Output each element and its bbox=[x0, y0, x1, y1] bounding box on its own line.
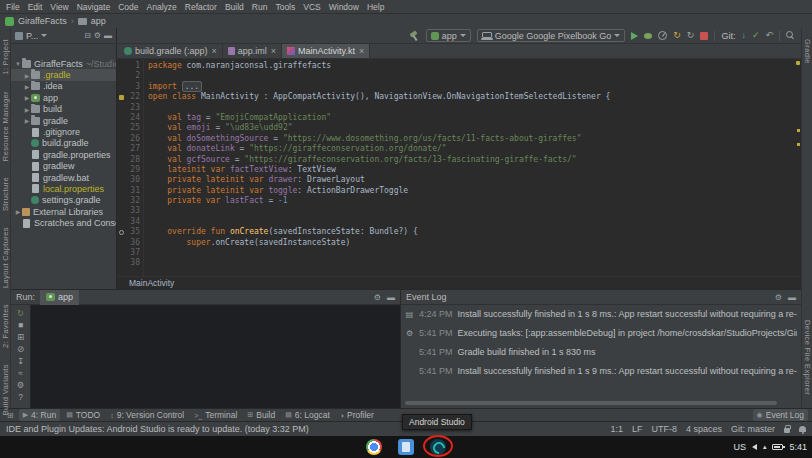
run-configuration-select[interactable]: app bbox=[426, 29, 471, 42]
tool-window-button-4-run[interactable]: ▶4: Run bbox=[19, 409, 60, 421]
code-line[interactable]: 35 override fun onCreate(savedInstanceSt… bbox=[117, 227, 801, 237]
git-rollback-button[interactable]: ↶ bbox=[765, 31, 773, 40]
code-line[interactable]: 31 private lateinit var toggle: ActionBa… bbox=[117, 186, 801, 196]
profile-button[interactable] bbox=[658, 31, 667, 40]
code-line[interactable]: 37 bbox=[117, 248, 801, 258]
code-line[interactable]: 24 val tag = "EmojiCompatApplication" bbox=[117, 113, 801, 123]
code-line[interactable]: 28 val gcfSource = "https://giraffeconse… bbox=[117, 155, 801, 165]
rerun-button[interactable]: ↻ bbox=[14, 307, 28, 318]
run-button[interactable] bbox=[631, 32, 638, 40]
git-commit-button[interactable]: ✓ bbox=[752, 31, 760, 40]
code-line[interactable]: 25 val emoji = "\ud83e\udd92" bbox=[117, 123, 801, 133]
inspections-indicator-icon[interactable] bbox=[796, 61, 800, 65]
collapse-all-icon[interactable]: ⊟ bbox=[84, 31, 91, 40]
project-panel-title[interactable]: P... bbox=[26, 31, 38, 41]
chevron-down-icon[interactable] bbox=[41, 34, 47, 37]
menu-item-tools[interactable]: Tools bbox=[271, 2, 299, 12]
tree-item-external-libraries[interactable]: ▶External Libraries bbox=[11, 206, 116, 217]
menu-item-analyze[interactable]: Analyze bbox=[143, 2, 181, 12]
tree-item-gradlew[interactable]: gradlew bbox=[11, 161, 116, 172]
files-app-icon[interactable] bbox=[398, 439, 414, 455]
tree-item-build-gradle[interactable]: build.gradle bbox=[11, 138, 116, 149]
menu-item-view[interactable]: View bbox=[46, 2, 72, 12]
tool-stripe-gradle[interactable]: Gradle bbox=[803, 32, 812, 73]
menu-item-navigate[interactable]: Navigate bbox=[73, 2, 115, 12]
expand-arrow-icon[interactable]: ▶ bbox=[23, 106, 31, 113]
tree-item-gradle[interactable]: ▶.gradle bbox=[11, 69, 116, 80]
tool-window-button-event-log[interactable]: ◉Event Log bbox=[753, 409, 808, 421]
expand-arrow-icon[interactable]: ▶ bbox=[23, 94, 31, 101]
close-icon[interactable]: × bbox=[212, 46, 217, 56]
battery-icon[interactable] bbox=[772, 444, 783, 450]
code-line[interactable]: 22open class MainActivity : AppCompatAct… bbox=[117, 92, 801, 102]
caret-position[interactable]: 1:1 bbox=[610, 424, 623, 434]
settings-icon[interactable]: ⚙ bbox=[775, 293, 782, 302]
warning-stripe-mark[interactable] bbox=[797, 129, 800, 132]
tool-window-button-build[interactable]: ⊞Build bbox=[243, 409, 279, 421]
keyboard-layout[interactable]: US bbox=[733, 442, 746, 452]
close-icon[interactable]: × bbox=[271, 46, 276, 56]
expand-arrow-icon[interactable]: ▼ bbox=[14, 61, 22, 67]
tree-item-giraffefacts[interactable]: ▼GiraffeFacts~/StudioProjects/GiraffeFac… bbox=[11, 58, 116, 69]
menu-item-vcs[interactable]: VCS bbox=[299, 2, 324, 12]
hide-panel-icon[interactable]: ▬ bbox=[104, 31, 112, 40]
menu-item-help[interactable]: Help bbox=[363, 2, 388, 12]
run-console[interactable] bbox=[31, 305, 400, 408]
hide-panel-icon[interactable]: ▬ bbox=[788, 293, 796, 302]
search-everywhere-icon[interactable] bbox=[786, 31, 795, 40]
tree-item-gitignore[interactable]: .gitignore bbox=[11, 126, 116, 137]
hide-panel-icon[interactable]: ▬ bbox=[387, 293, 395, 302]
editor-tab-app-iml[interactable]: app.iml× bbox=[223, 44, 282, 58]
git-update-button[interactable]: ↓ bbox=[741, 31, 746, 40]
tree-item-gradle[interactable]: ▶gradle bbox=[11, 115, 116, 126]
horizontal-scrollbar[interactable] bbox=[405, 401, 777, 405]
menu-item-refactor[interactable]: Refactor bbox=[181, 2, 221, 12]
tool-stripe-1-project[interactable]: 1: Project bbox=[1, 32, 10, 84]
tool-window-button-terminal[interactable]: >_Terminal bbox=[190, 409, 241, 421]
tool-window-button-todo[interactable]: ▤TODO bbox=[62, 409, 104, 421]
git-branch[interactable]: Git: master bbox=[731, 424, 775, 434]
chrome-icon[interactable] bbox=[366, 439, 382, 455]
tool-stripe-2-favorites[interactable]: 2: Favorites bbox=[1, 297, 10, 357]
breadcrumb-module[interactable]: app bbox=[91, 16, 106, 26]
device-select[interactable]: Google Google Pixelbook Go bbox=[477, 29, 626, 42]
editor-breadcrumb-item[interactable]: MainActivity bbox=[129, 278, 174, 288]
scroll-down-button[interactable]: ↧ bbox=[14, 355, 28, 366]
soft-wrap-button[interactable]: ≈ bbox=[14, 367, 28, 378]
clear-button[interactable]: ⊘ bbox=[14, 343, 28, 354]
menu-item-code[interactable]: Code bbox=[114, 2, 142, 12]
menu-item-file[interactable]: File bbox=[2, 2, 24, 12]
warning-stripe-mark[interactable] bbox=[797, 143, 800, 146]
tree-item-settings-gradle[interactable]: settings.gradle bbox=[11, 195, 116, 206]
menu-item-window[interactable]: Window bbox=[325, 2, 363, 12]
code-line[interactable]: 33 bbox=[117, 206, 801, 216]
tool-window-button-profiler[interactable]: ◑Profiler bbox=[336, 409, 378, 421]
apply-changes-button[interactable]: ↻ bbox=[673, 31, 681, 40]
build-hammer-icon[interactable] bbox=[409, 30, 420, 41]
status-message[interactable]: IDE and Plugin Updates: Android Studio i… bbox=[6, 424, 601, 434]
lock-icon[interactable] bbox=[784, 428, 790, 433]
code-line[interactable]: 30 private lateinit var drawer: DrawerLa… bbox=[117, 175, 801, 185]
chevron-up-icon[interactable]: ▴ bbox=[763, 443, 767, 451]
code-line[interactable]: 27 val donateLink = "https://giraffecons… bbox=[117, 144, 801, 154]
expand-arrow-icon[interactable]: ▶ bbox=[14, 208, 22, 215]
tree-item-gradle-properties[interactable]: gradle.properties bbox=[11, 149, 116, 160]
event-log-body[interactable]: ▤4:24 PMInstall successfully finished in… bbox=[401, 305, 801, 408]
code-line[interactable]: 29 lateinit var factTextView: TextView bbox=[117, 165, 801, 175]
menu-item-edit[interactable]: Edit bbox=[24, 2, 47, 12]
tool-stripe-device-file-explorer[interactable]: Device File Explorer bbox=[803, 313, 812, 404]
menu-item-build[interactable]: Build bbox=[221, 2, 248, 12]
editor[interactable]: 1package com.naranjaconsal.giraffefacts2… bbox=[117, 59, 801, 276]
code-line[interactable]: 36 super.onCreate(savedInstanceState) bbox=[117, 238, 801, 248]
gutter-marker[interactable] bbox=[117, 95, 126, 100]
tool-stripe-layout-captures[interactable]: Layout Captures bbox=[1, 220, 10, 297]
tool-stripe-build-variants[interactable]: Build Variants bbox=[1, 357, 10, 424]
breadcrumb-project[interactable]: GiraffeFacts bbox=[18, 16, 67, 26]
stop-button[interactable] bbox=[700, 32, 708, 40]
expand-arrow-icon[interactable]: ▶ bbox=[23, 83, 31, 90]
file-encoding[interactable]: UTF-8 bbox=[651, 424, 677, 434]
expand-arrow-icon[interactable]: ▶ bbox=[23, 117, 31, 124]
apply-code-changes-button[interactable]: ↻ bbox=[687, 31, 695, 40]
menu-item-run[interactable]: Run bbox=[248, 2, 272, 12]
tree-item-app[interactable]: ▶app bbox=[11, 92, 116, 103]
